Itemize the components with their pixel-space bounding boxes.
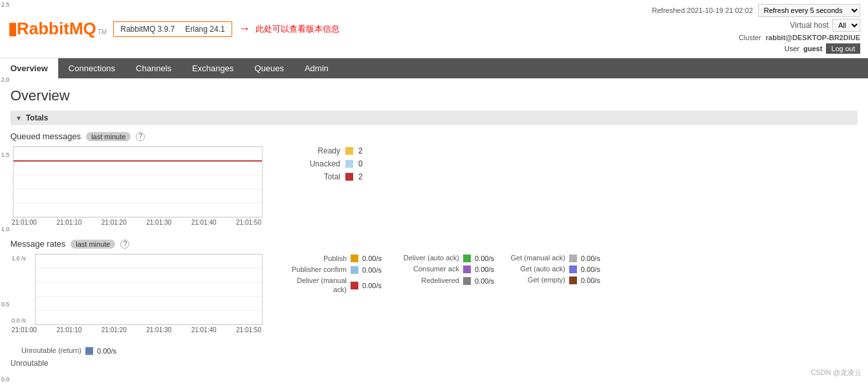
stat-unacked-color <box>345 160 353 168</box>
queued-messages-text: Queued messages <box>10 131 81 141</box>
queued-x-labels: 21:01:00 21:01:10 21:01:20 21:01:30 21:0… <box>10 219 263 226</box>
rate-get-auto-label: Get (auto ack) <box>507 265 565 273</box>
rate-deliver-auto-label: Deliver (auto ack) <box>395 254 459 262</box>
stat-ready-value: 2 <box>358 146 363 155</box>
nav-exchanges[interactable]: Exchanges <box>182 58 244 78</box>
rate-deliver-manual-color <box>351 282 358 289</box>
rate-deliver-auto: Deliver (auto ack) 0.00/s <box>395 254 494 262</box>
rate-redelivered-value: 0.00/s <box>475 277 494 285</box>
rates-chart <box>35 254 263 325</box>
queued-badge: last minute <box>86 132 131 141</box>
totals-section-header[interactable]: ▼ Totals <box>10 111 858 125</box>
annotation-area: → 此处可以查看版本信息 <box>239 22 340 36</box>
nav-connections[interactable]: Connections <box>58 58 125 78</box>
logo-tm: TM <box>98 28 107 36</box>
message-rates-label: Message rates last minute ? <box>10 239 858 249</box>
rate-publish-label: Publish <box>288 254 347 263</box>
unroutable-return-color <box>85 347 93 355</box>
logo: ▮RabbitMQTM <box>8 19 107 39</box>
stat-ready: Ready 2 <box>288 146 363 155</box>
rates-help-icon[interactable]: ? <box>120 240 129 249</box>
rate-get-manual-color <box>569 254 577 262</box>
nav-admin[interactable]: Admin <box>294 58 339 78</box>
nav-overview[interactable]: Overview <box>0 58 58 78</box>
rate-get-auto-value: 0.00/s <box>581 265 600 273</box>
queued-chart-area: 2.5 2.0 1.5 1.0 0.5 0.0 <box>10 146 263 226</box>
nav-queues[interactable]: Queues <box>244 58 294 78</box>
stat-ready-label: Ready <box>288 146 340 155</box>
rate-deliver-manual: Deliver (manual ack) 0.00/s <box>288 277 382 293</box>
rates-badge: last minute <box>71 240 115 249</box>
rate-get-auto-color <box>569 265 577 273</box>
rate-get-auto: Get (auto ack) 0.00/s <box>507 265 600 273</box>
watermark: CSDN @龙凌云 <box>811 368 862 377</box>
rate-publish-value: 0.00/s <box>362 254 382 262</box>
queued-chart <box>13 146 263 218</box>
nav-bar: Overview Connections Channels Exchanges … <box>0 58 868 78</box>
rate-deliver-auto-color <box>463 254 471 262</box>
rates-chart-area: 1.0 /s 0.0 /s <box>10 254 263 333</box>
rate-publisher-confirm: Publisher confirm 0.00/s <box>288 265 382 274</box>
rates-y-axis: 1.0 /s 0.0 /s <box>10 254 32 325</box>
stat-total-value: 2 <box>358 172 363 181</box>
stat-total-color <box>345 173 353 181</box>
page-title: Overview <box>10 87 858 104</box>
rate-deliver-manual-value: 0.00/s <box>362 282 382 289</box>
rate-get-empty-value: 0.00/s <box>581 277 600 284</box>
stat-unacked-value: 0 <box>358 159 363 168</box>
rate-deliver-manual-label: Deliver (manual ack) <box>288 277 347 293</box>
rate-get-empty-label: Get (empty) <box>507 276 565 284</box>
unroutable-return-label: Unroutable (return) <box>10 346 81 355</box>
arrow-icon: → <box>239 22 250 36</box>
totals-label: Totals <box>26 113 48 122</box>
rate-get-empty-color <box>569 277 577 284</box>
cluster-label: Cluster <box>739 34 761 41</box>
logo-area: ▮RabbitMQTM RabbitMQ 3.9.7 Erlang 24.1 →… <box>8 19 340 39</box>
rate-redelivered-color <box>463 277 471 285</box>
rate-publish: Publish 0.00/s <box>288 254 382 263</box>
unroutable-return: Unroutable (return) 0.00/s <box>10 346 858 355</box>
logo-icon: ▮RabbitMQ <box>8 19 96 39</box>
unroutable-return-value: 0.00/s <box>97 347 116 355</box>
vhost-label: Virtual host <box>790 21 829 30</box>
user-name: guest <box>803 45 822 52</box>
rate-consumer-ack-value: 0.00/s <box>475 265 494 273</box>
rate-consumer-ack-color <box>463 265 471 273</box>
rates-stats-columns: Publish 0.00/s Publisher confirm 0.00/s … <box>288 254 600 294</box>
rates-charts-stats: 1.0 /s 0.0 /s <box>10 254 858 333</box>
stat-unacked: Unacked 0 <box>288 159 363 168</box>
version-erlang: Erlang 24.1 <box>185 25 224 34</box>
rates-chart-svg <box>36 254 262 324</box>
stat-unacked-label: Unacked <box>288 159 340 168</box>
version-box: RabbitMQ 3.9.7 Erlang 24.1 <box>113 21 232 37</box>
rate-get-manual-label: Get (manual ack) <box>507 254 565 262</box>
rates-x-labels: 21:01:00 21:01:10 21:01:20 21:01:30 21:0… <box>10 326 263 333</box>
message-rates-text: Message rates <box>10 239 65 249</box>
collapse-icon: ▼ <box>16 115 22 122</box>
rate-get-manual-value: 0.00/s <box>581 254 600 262</box>
user-label: User <box>785 45 799 52</box>
rates-col1: Publish 0.00/s Publisher confirm 0.00/s … <box>288 254 382 294</box>
top-bar: ▮RabbitMQTM RabbitMQ 3.9.7 Erlang 24.1 →… <box>0 0 868 58</box>
queued-help-icon[interactable]: ? <box>136 132 145 141</box>
rates-col2: Deliver (auto ack) 0.00/s Consumer ack 0… <box>395 254 494 286</box>
stat-total: Total 2 <box>288 172 363 181</box>
logout-button[interactable]: Log out <box>826 43 860 54</box>
nav-channels[interactable]: Channels <box>125 58 182 78</box>
rate-redelivered-label: Redelivered <box>395 276 459 285</box>
unroutable-section: Unroutable (return) 0.00/s <box>10 346 858 355</box>
rate-consumer-ack: Consumer ack 0.00/s <box>395 265 494 273</box>
rate-publisher-confirm-value: 0.00/s <box>362 266 382 274</box>
rate-get-manual: Get (manual ack) 0.00/s <box>507 254 600 262</box>
queued-charts-stats: 2.5 2.0 1.5 1.0 0.5 0.0 <box>10 146 858 226</box>
vhost-select[interactable]: All / <box>832 19 860 32</box>
top-right: Refreshed 2021-10-19 21:02:02 Refresh ev… <box>652 4 860 54</box>
version-rabbitmq: RabbitMQ 3.9.7 <box>120 25 175 34</box>
refreshed-text: Refreshed 2021-10-19 21:02:02 <box>652 6 753 14</box>
queued-stats: Ready 2 Unacked 0 Total 2 <box>288 146 363 181</box>
refresh-select[interactable]: Refresh every 5 seconds Refresh every 10… <box>758 4 860 17</box>
rate-publisher-confirm-label: Publisher confirm <box>288 265 347 274</box>
stat-total-label: Total <box>288 172 340 181</box>
rates-col3: Get (manual ack) 0.00/s Get (auto ack) 0… <box>507 254 600 285</box>
rate-publisher-confirm-color <box>351 266 358 274</box>
